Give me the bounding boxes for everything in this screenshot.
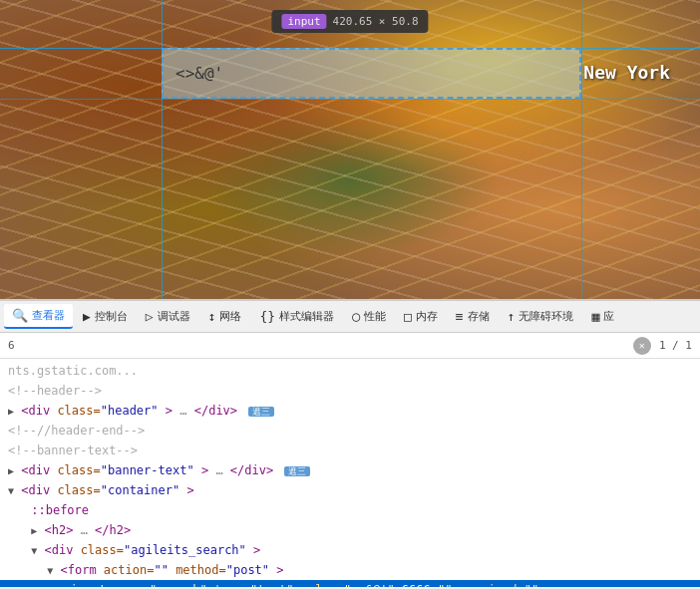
tag-close-search: > <box>253 543 260 557</box>
devtools-search-row: 6 ✕ 1 / 1 <box>0 333 700 359</box>
debugger-icon: ▷ <box>146 309 154 324</box>
attr-value: value= <box>301 583 344 587</box>
dom-tree: nts.gstatic.com... <!--header--> ▶ <div … <box>0 359 700 587</box>
tab-storage-label: 存储 <box>468 309 490 324</box>
tag-input-highlighted: <input <box>63 583 114 587</box>
tab-console[interactable]: ▶ 控制台 <box>75 305 136 328</box>
tab-inspector[interactable]: 🔍 查看器 <box>4 304 73 329</box>
triangle-container[interactable]: ▼ <box>8 485 14 496</box>
tab-console-label: 控制台 <box>95 309 128 324</box>
tab-apps-label: 应 <box>603 309 614 324</box>
attr-class-banner: class= <box>57 463 100 477</box>
dom-line-div-search: ▼ <div class="agileits_search" > <box>0 540 700 560</box>
tag-input-end: > <box>545 583 552 587</box>
dom-line-div-header: ▶ <div class="header" > … </div> 遮三 <box>0 401 700 421</box>
attr-method: method= <box>175 563 226 577</box>
tag-close-form: > <box>276 563 283 577</box>
storage-icon: ≡ <box>456 309 464 324</box>
comment-header: <!--header--> <box>8 384 102 398</box>
input-value: <>&@' <box>175 64 223 83</box>
attr-val-value: "<>&@'" 6666="" <box>344 583 452 587</box>
comment-header-end: <!--//header-end--> <box>8 424 145 438</box>
dom-line-h2: ▶ <h2> … </h2> <box>0 520 700 540</box>
tab-memory-label: 内存 <box>416 309 438 324</box>
tab-performance-label: 性能 <box>364 309 386 324</box>
attr-type: type= <box>214 583 250 587</box>
browser-viewport: input 420.65 × 50.8 <>&@' New York <box>0 0 700 299</box>
tag-div-banner: <div <box>21 463 57 477</box>
apps-icon: ▦ <box>591 309 599 324</box>
network-icon: ↕ <box>208 309 216 324</box>
dom-line-comment-banner: <!--banner-text--> <box>0 441 700 460</box>
attr-val-search: "agileits_search" <box>124 543 246 557</box>
tag-div-search: <div <box>45 543 81 557</box>
tag-end-header: </div> <box>194 404 237 418</box>
attr-val-banner: "banner-text" <box>101 463 194 477</box>
ellipsis-banner: … <box>215 463 222 477</box>
tag-form: <form <box>61 563 104 577</box>
performance-icon: ◯ <box>352 309 360 324</box>
tab-apps[interactable]: ▦ 应 <box>583 305 622 328</box>
tab-network[interactable]: ↕ 网络 <box>200 305 250 328</box>
tab-debugger[interactable]: ▷ 调试器 <box>138 305 198 328</box>
attr-val-header: "header" <box>101 404 159 418</box>
dom-line-comment-header: <!--header--> <box>0 381 700 401</box>
guide-line-bottom <box>0 99 700 100</box>
search-count: 1 / 1 <box>659 339 692 352</box>
guide-line-left <box>162 0 163 299</box>
element-tooltip: input 420.65 × 50.8 <box>271 10 428 33</box>
tag-close-container: > <box>186 483 193 497</box>
attr-required: required= <box>460 583 525 587</box>
tab-network-label: 网络 <box>219 309 241 324</box>
tag-close-banner: > <box>201 463 208 477</box>
attr-class-header: class= <box>57 404 100 418</box>
pseudo-before: ::before <box>31 503 89 517</box>
triangle-search[interactable]: ▼ <box>31 545 37 556</box>
line-number: 6 <box>8 339 28 352</box>
attr-val-name-search: "search" <box>150 583 207 587</box>
new-york-label: New York <box>583 62 670 83</box>
console-icon: ▶ <box>83 309 91 324</box>
noodle-texture <box>0 0 700 299</box>
tag-h2: <h2> <box>45 523 74 537</box>
dom-line-div-banner: ▶ <div class="banner-text" > … </div> 遮三 <box>0 460 700 480</box>
style-icon: {} <box>259 309 275 324</box>
badge-header: 遮三 <box>248 407 274 417</box>
attr-class-search: class= <box>81 543 124 557</box>
highlighted-input-field[interactable]: <>&@' <box>162 48 581 99</box>
tag-close-header: > <box>166 404 173 418</box>
tab-memory[interactable]: □ 内存 <box>396 305 446 328</box>
attr-val-action: "" <box>154 563 168 577</box>
tag-div-container: <div <box>21 483 57 497</box>
a11y-icon: ↑ <box>508 309 516 324</box>
dom-line-form: ▼ <form action="" method="post" > <box>0 560 700 580</box>
attr-action: action= <box>104 563 155 577</box>
triangle-form[interactable]: ▼ <box>47 565 53 576</box>
triangle-header[interactable]: ▶ <box>8 406 14 417</box>
tag-end-banner: </div> <box>230 463 273 477</box>
triangle-h2[interactable]: ▶ <box>31 525 37 536</box>
devtools-toolbar: 🔍 查看器 ▶ 控制台 ▷ 调试器 ↕ 网络 {} 样式编辑器 ◯ 性能 □ 内… <box>0 301 700 333</box>
tooltip-tag: input <box>281 14 326 29</box>
tag-end-h2: </h2> <box>95 523 131 537</box>
search-close-button[interactable]: ✕ <box>633 337 651 355</box>
triangle-banner[interactable]: ▶ <box>8 465 14 476</box>
attr-class-container: class= <box>57 483 100 497</box>
tab-a11y[interactable]: ↑ 无障碍环境 <box>500 305 582 328</box>
dom-line-comment-header-end: <!--//header-end--> <box>0 421 700 441</box>
tag-div-header: <div <box>21 404 57 418</box>
comment-banner: <!--banner-text--> <box>8 443 138 457</box>
attr-name-search: name= <box>114 583 150 587</box>
tab-style-editor[interactable]: {} 样式编辑器 <box>251 305 342 328</box>
tab-performance[interactable]: ◯ 性能 <box>344 305 394 328</box>
attr-val-type: "text" <box>250 583 293 587</box>
tab-a11y-label: 无障碍环境 <box>519 309 573 324</box>
attr-val-method: "post" <box>226 563 269 577</box>
tab-storage[interactable]: ≡ 存储 <box>448 305 498 328</box>
tab-debugger-label: 调试器 <box>158 309 190 324</box>
dom-line-url: nts.gstatic.com... <box>0 361 700 381</box>
guide-line-right <box>581 0 582 299</box>
dom-line-input-highlighted[interactable]: <input name="search" type="text" value="… <box>0 580 700 587</box>
ellipsis-h2: … <box>81 523 88 537</box>
dom-line-before: ::before <box>0 500 700 520</box>
